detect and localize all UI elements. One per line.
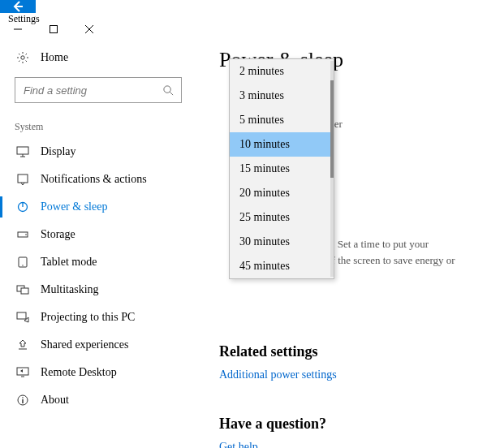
svg-point-6 xyxy=(164,85,170,92)
storage-icon xyxy=(16,228,29,241)
additional-power-settings-link[interactable]: Additional power settings xyxy=(219,368,337,381)
sidebar-item-label: Multitasking xyxy=(41,283,99,296)
remote-desktop-icon xyxy=(16,366,29,379)
dropdown-option[interactable]: 5 minutes xyxy=(230,108,334,132)
power-icon xyxy=(16,200,29,213)
sidebar-item-label: About xyxy=(41,394,69,407)
svg-line-7 xyxy=(170,92,173,95)
home-nav[interactable]: Home xyxy=(0,45,195,71)
arrow-left-icon xyxy=(11,0,24,13)
projecting-icon xyxy=(16,311,29,324)
sidebar-item-power-sleep[interactable]: Power & sleep xyxy=(0,193,195,221)
close-button[interactable] xyxy=(71,25,107,33)
dropdown-option[interactable]: 3 minutes xyxy=(230,84,334,108)
notifications-icon xyxy=(16,173,29,186)
sidebar-item-remotedesktop[interactable]: Remote Desktop xyxy=(0,359,195,386)
svg-rect-20 xyxy=(17,312,26,319)
svg-rect-11 xyxy=(18,174,28,183)
get-help-link[interactable]: Get help xyxy=(219,441,258,448)
multitasking-icon xyxy=(16,283,29,296)
gear-icon xyxy=(16,51,29,64)
dropdown-option[interactable]: 25 minutes xyxy=(230,205,334,230)
sidebar-item-projecting[interactable]: Projecting to this PC xyxy=(0,304,195,331)
sidebar-item-label: Power & sleep xyxy=(41,200,107,213)
svg-rect-8 xyxy=(17,147,28,154)
sidebar-item-label: Projecting to this PC xyxy=(41,311,135,324)
sidebar-item-tablet[interactable]: Tablet mode xyxy=(0,248,195,276)
sidebar-item-display[interactable]: Display xyxy=(0,138,195,166)
svg-point-15 xyxy=(25,234,27,235)
sidebar-item-label: Tablet mode xyxy=(41,256,97,269)
home-label: Home xyxy=(41,51,68,64)
minimize-icon xyxy=(14,25,22,33)
search-icon xyxy=(162,84,175,97)
sleep-time-dropdown[interactable]: 2 minutes3 minutes5 minutes10 minutes15 … xyxy=(229,58,334,279)
settings-window: Settings Home xyxy=(0,0,487,448)
window-title: Settings xyxy=(0,13,487,25)
svg-rect-2 xyxy=(50,26,58,33)
sidebar-item-label: Display xyxy=(41,145,76,158)
question-heading: Have a question? xyxy=(219,416,487,433)
sidebar-item-about[interactable]: About xyxy=(0,386,195,414)
sidebar-item-label: Storage xyxy=(41,228,75,241)
dropdown-option[interactable]: 10 minutes xyxy=(230,132,334,157)
display-icon xyxy=(16,145,29,158)
search-box[interactable] xyxy=(15,77,182,103)
dropdown-scrollbar-thumb[interactable] xyxy=(330,80,334,178)
svg-rect-19 xyxy=(21,288,28,294)
window-controls xyxy=(0,25,487,33)
sidebar-item-multitasking[interactable]: Multitasking xyxy=(0,276,195,304)
titlebar: Settings xyxy=(0,0,487,33)
search-input[interactable] xyxy=(22,84,162,97)
related-settings-heading: Related settings xyxy=(219,343,487,360)
dropdown-option[interactable]: 30 minutes xyxy=(230,230,334,254)
dropdown-option[interactable]: 20 minutes xyxy=(230,181,334,205)
svg-point-5 xyxy=(21,56,24,59)
section-label: System xyxy=(0,118,195,138)
svg-point-25 xyxy=(22,397,24,398)
maximize-button[interactable] xyxy=(36,25,71,33)
sidebar-item-shared[interactable]: Shared experiences xyxy=(0,331,195,359)
svg-point-17 xyxy=(22,265,23,265)
about-icon xyxy=(16,394,29,407)
sidebar-item-label: Shared experiences xyxy=(41,338,128,351)
close-icon xyxy=(85,25,93,33)
sidebar-item-label: Remote Desktop xyxy=(41,366,117,379)
minimize-button[interactable] xyxy=(0,25,36,33)
dropdown-option[interactable]: 45 minutes xyxy=(230,254,334,278)
partial-question-text: C? Set a time to put your off the screen… xyxy=(323,236,455,268)
dropdown-option[interactable]: 15 minutes xyxy=(230,157,334,181)
shared-icon xyxy=(16,338,29,351)
sidebar-item-notifications[interactable]: Notifications & actions xyxy=(0,166,195,193)
sidebar: Home System Display Notifications & acti… xyxy=(0,33,195,448)
sidebar-item-label: Notifications & actions xyxy=(41,173,147,186)
dropdown-option[interactable]: 2 minutes xyxy=(230,59,334,84)
tablet-icon xyxy=(16,256,29,269)
back-button[interactable] xyxy=(0,0,36,13)
maximize-icon xyxy=(50,25,58,33)
sidebar-item-storage[interactable]: Storage xyxy=(0,221,195,248)
